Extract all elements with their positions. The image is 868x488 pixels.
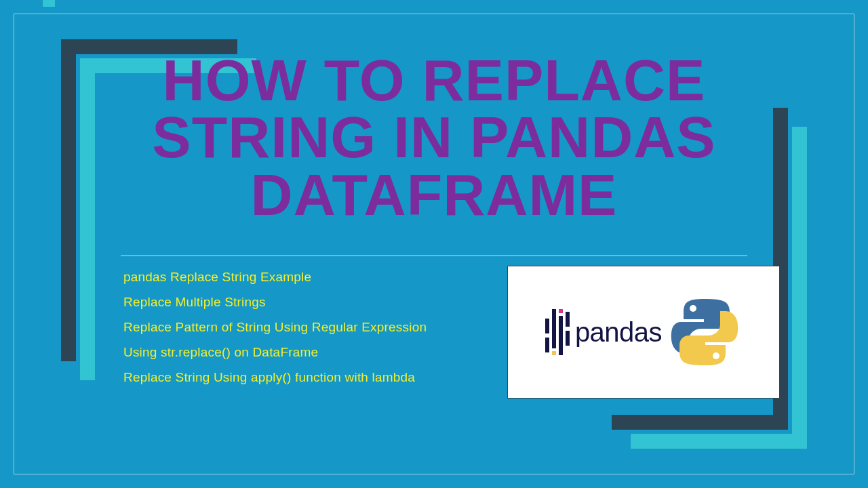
bracket-bottom-right-dark [612,415,788,430]
slide-title: HOW TO REPLACE STRING IN PANDAS DATAFRAM… [121,52,747,223]
title-divider [121,256,747,256]
bullet-list: pandas Replace String Example Replace Mu… [123,270,503,395]
pandas-logo-card: pandas [507,266,780,399]
bracket-bottom-right-cyan [792,127,807,449]
bracket-bottom-right-cyan [631,434,807,449]
pandas-logo: pandas [545,305,662,359]
bracket-top-left-dark [61,39,76,361]
bullet-item: Using str.replace() on DataFrame [123,345,503,360]
bullet-item: Replace String Using apply() function wi… [123,370,503,385]
pandas-bars-icon [545,305,568,359]
pandas-wordmark: pandas [575,317,662,348]
accent-stripe [43,0,55,7]
bracket-top-left-cyan [80,58,95,380]
python-logo-icon [667,295,742,369]
svg-point-1 [713,352,719,359]
bullet-item: Replace Pattern of String Using Regular … [123,320,503,335]
bullet-item: Replace Multiple Strings [123,295,503,310]
bullet-item: pandas Replace String Example [123,270,503,285]
svg-point-0 [690,305,696,312]
